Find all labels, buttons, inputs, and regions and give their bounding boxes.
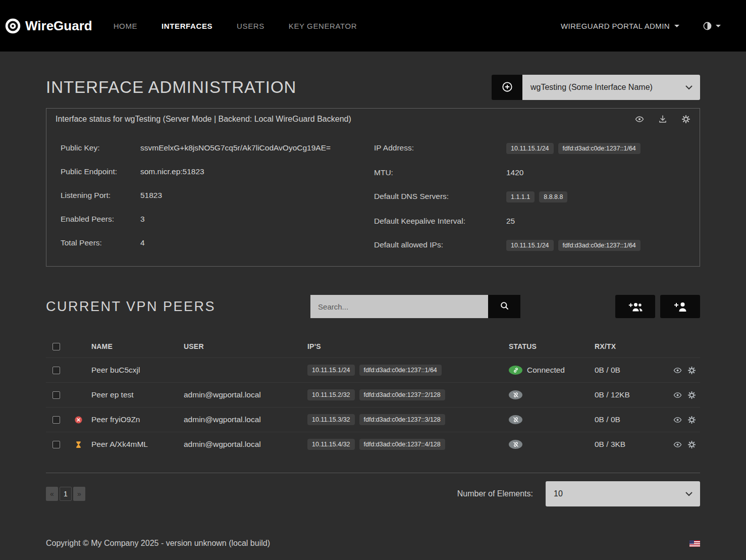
chevron-down-icon <box>685 492 692 496</box>
peer-rxtx: 0B / 12KB <box>595 390 660 399</box>
mtu-value: 1420 <box>506 167 523 178</box>
row-checkbox[interactable] <box>52 441 60 448</box>
ip-badge: fdfd:d3ad:c0de:1237::1/64 <box>359 365 442 376</box>
eye-icon[interactable] <box>635 115 644 124</box>
add-interface-button[interactable] <box>492 75 522 100</box>
user-menu[interactable]: WIREGUARD PORTAL ADMIN <box>561 22 679 30</box>
dns-badge: 8.8.8.8 <box>539 191 567 202</box>
interface-select[interactable]: wgTesting (Some Interface Name) <box>522 75 700 100</box>
wireguard-logo-icon <box>5 18 21 34</box>
navbar: WireGuard HOME INTERFACES USERS KEY GENE… <box>0 0 746 52</box>
column-header-name: NAME <box>91 342 184 350</box>
row-checkbox[interactable] <box>52 391 60 399</box>
card-header: Interface status for wgTesting (Server M… <box>46 109 700 129</box>
download-icon[interactable] <box>658 115 667 124</box>
column-header-status: STATUS <box>509 342 595 350</box>
field-label: MTU: <box>374 167 506 178</box>
gear-icon[interactable] <box>687 391 696 399</box>
interface-controls: wgTesting (Some Interface Name) <box>492 75 700 100</box>
add-peer-button[interactable] <box>660 295 700 318</box>
peers-table: NAME USER IP'S STATUS RX/TX Peer buC5cxj… <box>46 335 700 473</box>
page-title: INTERFACE ADMINISTRATION <box>46 78 296 97</box>
ip-badge: fdfd:d3ad:c0de:1237::2/128 <box>359 389 445 400</box>
table-row: Peer A/Xk4mMLadmin@wgportal.local10.11.1… <box>46 432 700 456</box>
allowed-ip-badge: 10.11.15.1/24 <box>506 240 554 251</box>
eye-icon[interactable] <box>673 391 682 399</box>
pagination-prev[interactable]: « <box>46 487 58 501</box>
peer-name[interactable]: Peer buC5cxjl <box>91 366 184 375</box>
interface-select-value: wgTesting (Some Interface Name) <box>530 83 653 92</box>
eye-icon[interactable] <box>673 440 682 449</box>
card-body: Public Key:ssvmEelxG+k8jsNO5G7cq5r/Ak7li… <box>46 129 700 266</box>
gear-icon[interactable] <box>687 416 696 424</box>
field-label: Default Keepalive Interval: <box>374 216 506 226</box>
card-right-column: IP Address: 10.11.15.1/24fdfd:d3ad:c0de:… <box>374 142 687 264</box>
column-header-user: USER <box>184 342 307 350</box>
enabled-peers-value: 3 <box>140 214 145 224</box>
peer-name[interactable]: Peer A/Xk4mML <box>91 440 184 449</box>
field-label: Public Endpoint: <box>61 166 140 177</box>
gear-icon[interactable] <box>681 115 690 124</box>
listening-port-value: 51823 <box>140 190 162 200</box>
field-label: IP Address: <box>374 142 506 153</box>
pagination-page-1[interactable]: 1 <box>60 487 72 501</box>
elements-group: Number of Elements: 10 <box>457 481 700 506</box>
field-label: Listening Port: <box>61 190 140 200</box>
theme-toggle[interactable] <box>703 21 721 31</box>
elements-select[interactable]: 10 <box>546 481 700 506</box>
nav-right: WIREGUARD PORTAL ADMIN <box>561 21 721 31</box>
gear-icon[interactable] <box>687 440 696 449</box>
peer-user: admin@wgportal.local <box>184 390 307 399</box>
peer-ips: 10.11.15.1/24fdfd:d3ad:c0de:1237::1/64 <box>307 365 509 376</box>
table-row: Peer ep testadmin@wgportal.local10.11.15… <box>46 382 700 407</box>
link-slash-icon <box>509 390 522 399</box>
gear-icon[interactable] <box>687 366 696 375</box>
elements-select-value: 10 <box>554 489 563 498</box>
eye-icon[interactable] <box>673 416 682 424</box>
card-left-column: Public Key:ssvmEelxG+k8jsNO5G7cq5r/Ak7li… <box>61 142 374 264</box>
peer-name[interactable]: Peer fryiO9Zn <box>91 415 184 424</box>
nav-link-interfaces[interactable]: INTERFACES <box>162 22 212 30</box>
x-circle-icon <box>74 416 83 424</box>
peer-rxtx: 0B / 3KB <box>595 440 660 449</box>
chevron-down-icon <box>674 25 679 27</box>
us-flag-icon[interactable] <box>689 540 700 547</box>
pagination-next[interactable]: » <box>73 487 85 501</box>
ip-badge: 10.11.15.4/32 <box>307 439 355 450</box>
nav-link-key-generator[interactable]: KEY GENERATOR <box>289 22 357 30</box>
field-label: Default allowed IPs: <box>374 239 506 250</box>
peer-status <box>509 440 595 449</box>
peer-rxtx: 0B / 0B <box>595 366 660 375</box>
elements-label: Number of Elements: <box>457 489 533 498</box>
peer-ips: 10.11.15.2/32fdfd:d3ad:c0de:1237::2/128 <box>307 389 509 400</box>
peer-name[interactable]: Peer ep test <box>91 390 184 399</box>
column-header-rxtx: RX/TX <box>595 342 660 350</box>
users-plus-icon <box>628 301 643 312</box>
field-label: Public Key: <box>61 142 140 153</box>
select-all-checkbox[interactable] <box>52 343 60 350</box>
add-multiple-peers-button[interactable] <box>615 295 655 318</box>
status-label: Connected <box>527 366 565 375</box>
copyright-text: Copyright © My Company 2025 - version un… <box>46 539 270 548</box>
search-input[interactable] <box>310 295 488 318</box>
table-header-row: NAME USER IP'S STATUS RX/TX <box>46 335 700 358</box>
public-endpoint-value: som.nicr.ep:51823 <box>140 166 204 177</box>
peer-status <box>509 390 595 399</box>
field-label: Total Peers: <box>61 237 140 248</box>
nav-link-users[interactable]: USERS <box>237 22 264 30</box>
field-label: Default DNS Servers: <box>374 191 506 201</box>
interface-status-card: Interface status for wgTesting (Server M… <box>46 108 700 267</box>
search-button[interactable] <box>488 295 520 318</box>
brand-text: WireGuard <box>25 18 92 34</box>
nav-link-home[interactable]: HOME <box>114 22 137 30</box>
row-checkbox[interactable] <box>52 416 60 424</box>
brand-logo[interactable]: WireGuard <box>5 18 92 34</box>
dns-badge: 1.1.1.1 <box>506 191 535 202</box>
search-icon <box>500 301 509 312</box>
total-peers-value: 4 <box>140 237 145 248</box>
half-circle-icon <box>703 21 712 31</box>
table-footer: « 1 » Number of Elements: 10 <box>46 481 700 506</box>
chevron-down-icon <box>716 25 721 27</box>
eye-icon[interactable] <box>673 366 682 375</box>
row-checkbox[interactable] <box>52 367 60 374</box>
